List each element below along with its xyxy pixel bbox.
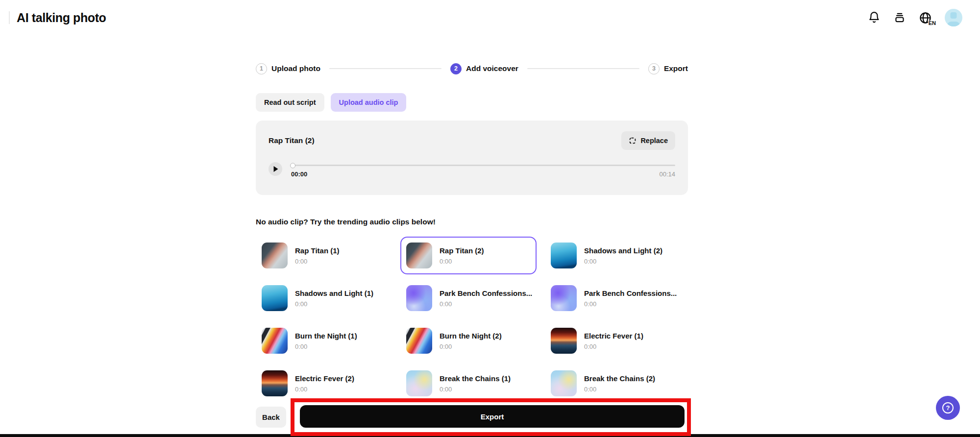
tab-read-out-script[interactable]: Read out script — [256, 93, 324, 112]
audio-slider: 00:00 00:14 — [291, 162, 675, 178]
slider-track[interactable] — [291, 165, 675, 166]
clip-duration: 0:00 — [440, 300, 532, 308]
audio-clip-card[interactable]: Shadows and Light (2) 0:00 — [545, 237, 681, 274]
audio-clip-card[interactable]: Burn the Night (1) 0:00 — [256, 322, 392, 360]
stack-icon[interactable] — [893, 11, 906, 24]
export-button[interactable]: Export — [300, 405, 685, 428]
clip-title: Rap Titan (1) — [295, 246, 340, 255]
clip-duration: 0:00 — [440, 258, 484, 265]
replace-button[interactable]: Replace — [621, 131, 675, 150]
audio-clip-card[interactable]: Park Bench Confessions... 0:00 — [545, 279, 681, 317]
stepper: 1 Upload photo 2 Add voiceover 3 Export — [256, 58, 688, 79]
step-upload-photo[interactable]: 1 Upload photo — [256, 63, 320, 74]
clip-duration: 0:00 — [584, 386, 655, 393]
total-time: 00:14 — [659, 170, 675, 178]
header: AI talking photo — [9, 0, 980, 35]
clip-title: Break the Chains (1) — [440, 374, 511, 383]
step-add-voiceover[interactable]: 2 Add voiceover — [450, 63, 518, 74]
clip-artwork — [406, 370, 432, 396]
question-mark-icon: ? — [942, 402, 954, 413]
clip-title: Park Bench Confessions... — [584, 289, 677, 298]
clip-duration: 0:00 — [584, 343, 643, 350]
clip-duration: 0:00 — [584, 258, 662, 265]
audio-clip-card[interactable]: Electric Fever (2) 0:00 — [256, 364, 392, 402]
clip-artwork — [551, 285, 577, 311]
clip-duration: 0:00 — [440, 386, 511, 393]
clip-duration: 0:00 — [295, 258, 340, 265]
play-button[interactable] — [269, 162, 282, 176]
help-button[interactable]: ? — [936, 396, 960, 420]
slider-knob[interactable] — [290, 163, 295, 168]
replace-icon — [629, 137, 637, 145]
clip-artwork — [551, 370, 577, 396]
clip-artwork — [406, 285, 432, 311]
current-time: 00:00 — [291, 170, 307, 178]
notification-bell-icon[interactable] — [868, 11, 881, 24]
stepper-connector — [329, 68, 441, 69]
replace-label: Replace — [640, 137, 668, 145]
audio-clip-card[interactable]: Shadows and Light (1) 0:00 — [256, 279, 392, 317]
step-number: 1 — [256, 63, 267, 74]
avatar[interactable] — [945, 9, 962, 26]
audio-clip-card[interactable]: Break the Chains (2) 0:00 — [545, 364, 681, 402]
header-icons: EN — [868, 0, 962, 35]
clip-artwork — [406, 328, 432, 354]
audio-clip-card[interactable]: Rap Titan (2) 0:00 — [400, 237, 537, 274]
clip-title: Electric Fever (2) — [295, 374, 354, 383]
clip-duration: 0:00 — [295, 343, 357, 350]
step-label: Add voiceover — [466, 64, 518, 73]
step-number: 2 — [450, 63, 462, 74]
stepper-connector — [527, 68, 639, 69]
clip-artwork — [551, 243, 577, 268]
voiceover-tabs: Read out script Upload audio clip — [256, 93, 406, 112]
audio-player-card: Rap Titan (2) Replace 00:00 — [256, 121, 688, 195]
clip-title: Electric Fever (1) — [584, 332, 643, 340]
clip-title: Rap Titan (2) — [440, 246, 484, 255]
clip-artwork — [262, 328, 288, 354]
clip-title: Park Bench Confessions... — [440, 289, 532, 298]
trending-heading: No audio clip? Try the trending audio cl… — [256, 218, 436, 226]
clip-artwork — [262, 243, 288, 268]
audio-clip-card[interactable]: Electric Fever (1) 0:00 — [545, 322, 681, 360]
clip-duration: 0:00 — [295, 300, 373, 308]
clip-duration: 0:00 — [584, 300, 677, 308]
trending-grid: Rap Titan (1) 0:00 Rap Titan (2) 0:00 Sh… — [256, 237, 688, 402]
back-button[interactable]: Back — [256, 407, 286, 428]
step-label: Upload photo — [271, 64, 320, 73]
clip-title: Burn the Night (1) — [295, 332, 357, 340]
audio-clip-card[interactable]: Park Bench Confessions... 0:00 — [400, 279, 537, 317]
page: AI talking photo EN 1 Upload photo — [0, 0, 980, 437]
play-icon — [273, 166, 278, 172]
audio-clip-card[interactable]: Rap Titan (1) 0:00 — [256, 237, 392, 274]
clip-artwork — [262, 370, 288, 396]
clip-duration: 0:00 — [440, 343, 502, 350]
title-divider — [9, 11, 10, 24]
bottom-black-bar — [0, 434, 980, 437]
language-label: EN — [928, 21, 936, 26]
page-title: AI talking photo — [17, 11, 106, 25]
clip-artwork — [262, 285, 288, 311]
clip-title: Burn the Night (2) — [440, 332, 502, 340]
step-label: Export — [664, 64, 688, 73]
clip-artwork — [406, 243, 432, 268]
clip-title: Shadows and Light (1) — [295, 289, 373, 298]
audio-clip-card[interactable]: Burn the Night (2) 0:00 — [400, 322, 537, 360]
tab-upload-audio-clip[interactable]: Upload audio clip — [331, 93, 407, 112]
step-export[interactable]: 3 Export — [648, 63, 688, 74]
clip-duration: 0:00 — [295, 386, 354, 393]
audio-clip-card[interactable]: Break the Chains (1) 0:00 — [400, 364, 537, 402]
clip-title: Shadows and Light (2) — [584, 246, 662, 255]
clip-title: Break the Chains (2) — [584, 374, 655, 383]
language-globe-icon[interactable]: EN — [919, 11, 932, 24]
step-number: 3 — [648, 63, 660, 74]
clip-artwork — [551, 328, 577, 354]
audio-title: Rap Titan (2) — [269, 136, 315, 145]
